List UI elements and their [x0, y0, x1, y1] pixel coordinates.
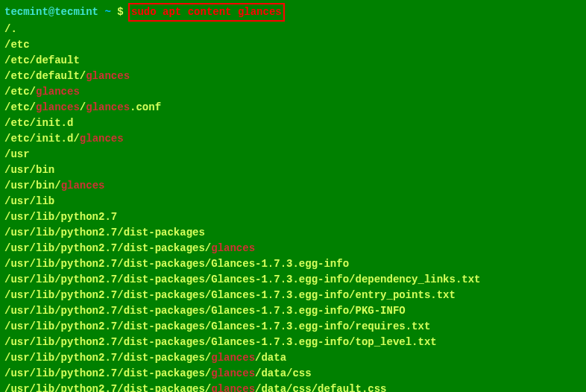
- output-line: /usr/lib/python2.7/dist-packages/glances…: [4, 382, 582, 392]
- output-line: /etc/default/glances: [4, 69, 582, 84]
- path-segment: /usr/lib/python2.7/dist-packages/: [4, 367, 211, 379]
- path-segment: /data: [255, 352, 286, 364]
- path-segment-match: glances: [61, 180, 105, 192]
- command-text[interactable]: sudo apt content glances: [131, 6, 282, 18]
- path-segment: /usr/lib/python2.7/dist-packages/Glances…: [4, 320, 430, 332]
- path-segment: /usr/lib/python2.7/dist-packages/: [4, 352, 211, 364]
- path-segment-match: glances: [36, 86, 80, 98]
- path-segment-match: glances: [211, 383, 255, 392]
- terminal-prompt-line: tecmint@tecmint ~ $ sudo apt content gla…: [4, 3, 582, 22]
- output-line: /etc/init.d/glances: [4, 131, 582, 147]
- path-segment: /usr: [4, 148, 30, 160]
- output-line: /usr/lib: [4, 194, 582, 209]
- path-segment: /etc/init.d/: [4, 133, 80, 145]
- path-segment: /etc: [4, 39, 30, 51]
- output-line: /etc/glances/glances.conf: [4, 100, 582, 116]
- output-line: /usr/lib/python2.7/dist-packages/glances…: [4, 366, 582, 382]
- output-line: /usr/bin: [4, 162, 582, 178]
- output-line: /etc: [4, 37, 582, 53]
- prompt-user-host: tecmint@tecmint: [4, 6, 98, 18]
- path-segment: /: [80, 101, 86, 113]
- command-highlight-box: sudo apt content glances: [128, 3, 285, 22]
- output-line: /usr/lib/python2.7/dist-packages/Glances…: [4, 319, 582, 335]
- path-segment: /etc/: [4, 101, 36, 113]
- output-line: /usr/bin/glances: [4, 178, 582, 194]
- output-line: /usr/lib/python2.7/dist-packages/Glances…: [4, 272, 582, 288]
- path-segment: /usr/lib: [4, 195, 54, 207]
- terminal-output: /./etc/etc/default/etc/default/glances/e…: [4, 22, 582, 392]
- path-segment: /usr/lib/python2.7/dist-packages/Glances…: [4, 289, 456, 301]
- output-line: /etc/glances: [4, 84, 582, 100]
- output-line: /usr/lib/python2.7: [4, 209, 582, 225]
- output-line: /etc/init.d: [4, 116, 582, 131]
- path-segment: /etc/default: [4, 54, 80, 66]
- path-segment: /usr/lib/python2.7/dist-packages/Glances…: [4, 258, 349, 270]
- output-line: /usr: [4, 147, 582, 162]
- output-line: /.: [4, 22, 582, 37]
- path-segment-match: glances: [211, 352, 255, 364]
- path-segment: /usr/lib/python2.7/dist-packages/Glances…: [4, 336, 437, 348]
- path-segment: /usr/lib/python2.7/dist-packages/Glances…: [4, 305, 406, 317]
- path-segment: /usr/bin: [4, 164, 54, 176]
- output-line: /usr/lib/python2.7/dist-packages/Glances…: [4, 256, 582, 272]
- path-segment-match: glances: [80, 133, 124, 145]
- path-segment-match: glances: [211, 242, 255, 254]
- path-segment: /usr/lib/python2.7/dist-packages/: [4, 242, 211, 254]
- path-segment: /data/css: [255, 367, 312, 379]
- path-segment: /data/css/default.css: [255, 383, 386, 392]
- prompt-dollar: $: [117, 6, 123, 18]
- output-line: /usr/lib/python2.7/dist-packages: [4, 225, 582, 241]
- path-segment: /usr/lib/python2.7: [4, 211, 117, 223]
- output-line: /usr/lib/python2.7/dist-packages/Glances…: [4, 303, 582, 319]
- path-segment: /etc/default/: [4, 70, 86, 82]
- path-segment: /usr/lib/python2.7/dist-packages: [4, 227, 205, 238]
- output-line: /usr/lib/python2.7/dist-packages/glances…: [4, 350, 582, 366]
- path-segment: /usr/bin/: [4, 180, 61, 192]
- path-segment-match: glances: [211, 367, 255, 379]
- output-line: /usr/lib/python2.7/dist-packages/Glances…: [4, 335, 582, 350]
- path-segment: /etc/: [4, 86, 36, 98]
- path-segment-match: glances: [86, 101, 130, 113]
- prompt-tilde: ~: [104, 6, 110, 18]
- path-segment: .conf: [130, 101, 161, 113]
- path-segment-match: glances: [86, 70, 130, 82]
- output-line: /etc/default: [4, 53, 582, 69]
- path-segment: /usr/lib/python2.7/dist-packages/Glances…: [4, 274, 481, 285]
- output-line: /usr/lib/python2.7/dist-packages/Glances…: [4, 288, 582, 303]
- path-segment: /.: [4, 23, 17, 35]
- path-segment-match: glances: [36, 101, 80, 113]
- path-segment: /usr/lib/python2.7/dist-packages/: [4, 383, 211, 392]
- path-segment: /etc/init.d: [4, 117, 73, 129]
- output-line: /usr/lib/python2.7/dist-packages/glances: [4, 241, 582, 256]
